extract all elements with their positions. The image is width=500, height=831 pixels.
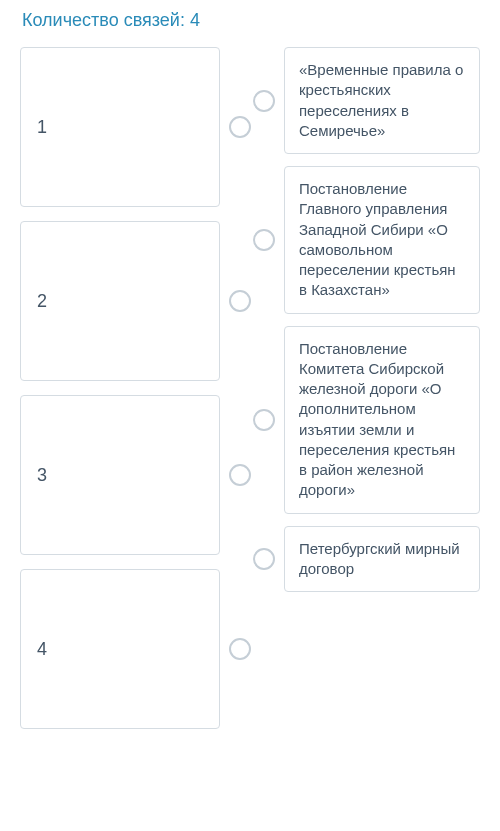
connector-circle-icon[interactable]	[229, 464, 251, 486]
left-item-3[interactable]: 3	[20, 395, 220, 555]
left-item-label: 2	[37, 291, 47, 312]
left-item-label: 3	[37, 465, 47, 486]
right-item-3[interactable]: Постановление Комитета Сибирской железно…	[284, 326, 480, 514]
connector-circle-icon[interactable]	[229, 290, 251, 312]
left-item-1[interactable]: 1	[20, 47, 220, 207]
matching-exercise: 1 2 3 4 «Временные правила о крестьянски…	[20, 47, 480, 729]
connector-circle-icon[interactable]	[253, 90, 275, 112]
left-item-label: 4	[37, 639, 47, 660]
right-column: «Временные правила о крестьянских пересе…	[284, 47, 480, 592]
connections-count-header: Количество связей: 4	[20, 10, 480, 31]
right-item-text: «Временные правила о крестьянских пересе…	[299, 60, 465, 141]
right-item-1[interactable]: «Временные правила о крестьянских пересе…	[284, 47, 480, 154]
right-item-text: Постановление Главного управления Западн…	[299, 179, 465, 301]
right-item-text: Петербургский мирный договор	[299, 539, 465, 580]
connector-circle-icon[interactable]	[253, 409, 275, 431]
left-item-4[interactable]: 4	[20, 569, 220, 729]
left-item-2[interactable]: 2	[20, 221, 220, 381]
right-item-text: Постановление Комитета Сибирской железно…	[299, 339, 465, 501]
connector-circle-icon[interactable]	[253, 548, 275, 570]
connector-circle-icon[interactable]	[253, 229, 275, 251]
connector-circle-icon[interactable]	[229, 116, 251, 138]
left-item-label: 1	[37, 117, 47, 138]
connector-circle-icon[interactable]	[229, 638, 251, 660]
right-item-4[interactable]: Петербургский мирный договор	[284, 526, 480, 593]
left-column: 1 2 3 4	[20, 47, 220, 729]
right-item-2[interactable]: Постановление Главного управления Западн…	[284, 166, 480, 314]
